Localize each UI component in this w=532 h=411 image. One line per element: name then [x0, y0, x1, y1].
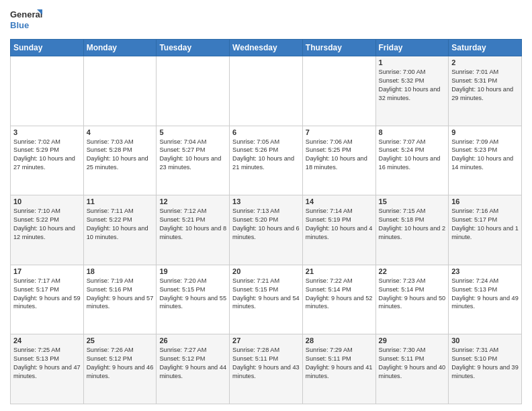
day-number: 13	[232, 197, 300, 205]
calendar-cell: 23Sunrise: 7:24 AMSunset: 5:13 PMDayligh…	[449, 265, 522, 334]
cell-content: Sunrise: 7:10 AMSunset: 5:22 PMDaylight:…	[13, 207, 81, 242]
calendar-cell: 11Sunrise: 7:11 AMSunset: 5:22 PMDayligh…	[83, 195, 157, 265]
cell-content: Sunrise: 7:02 AMSunset: 5:29 PMDaylight:…	[13, 138, 81, 173]
cell-content: Sunrise: 7:25 AMSunset: 5:13 PMDaylight:…	[13, 346, 81, 381]
day-header-sunday: Sunday	[11, 40, 84, 56]
day-header-friday: Friday	[375, 40, 449, 56]
day-number: 16	[451, 197, 519, 205]
day-number: 26	[159, 336, 226, 345]
day-number: 12	[159, 197, 226, 205]
calendar-cell	[11, 56, 84, 126]
calendar-cell: 12Sunrise: 7:12 AMSunset: 5:21 PMDayligh…	[157, 195, 230, 265]
day-number: 14	[306, 197, 373, 205]
cell-content: Sunrise: 7:03 AMSunset: 5:28 PMDaylight:…	[87, 138, 154, 173]
calendar-cell: 20Sunrise: 7:21 AMSunset: 5:15 PMDayligh…	[230, 265, 303, 334]
day-number: 11	[87, 197, 154, 205]
cell-content: Sunrise: 7:14 AMSunset: 5:19 PMDaylight:…	[306, 207, 373, 242]
day-header-thursday: Thursday	[302, 40, 375, 56]
calendar-cell: 6Sunrise: 7:05 AMSunset: 5:26 PMDaylight…	[230, 126, 303, 195]
day-number: 29	[379, 336, 446, 345]
day-number: 21	[306, 267, 373, 275]
cell-content: Sunrise: 7:31 AMSunset: 5:10 PMDaylight:…	[451, 346, 519, 381]
day-header-tuesday: Tuesday	[157, 40, 230, 56]
day-number: 10	[13, 197, 81, 205]
cell-content: Sunrise: 7:21 AMSunset: 5:15 PMDaylight:…	[232, 277, 300, 312]
calendar-cell: 24Sunrise: 7:25 AMSunset: 5:13 PMDayligh…	[11, 334, 84, 404]
day-number: 19	[159, 267, 226, 275]
day-number: 25	[87, 336, 154, 345]
calendar-cell	[302, 56, 375, 126]
cell-content: Sunrise: 7:09 AMSunset: 5:23 PMDaylight:…	[451, 138, 519, 173]
cell-content: Sunrise: 7:12 AMSunset: 5:21 PMDaylight:…	[159, 207, 226, 242]
day-number: 1	[379, 58, 446, 66]
calendar-cell: 2Sunrise: 7:01 AMSunset: 5:31 PMDaylight…	[449, 56, 522, 126]
day-header-monday: Monday	[83, 40, 157, 56]
day-number: 3	[13, 128, 81, 136]
calendar-cell: 4Sunrise: 7:03 AMSunset: 5:28 PMDaylight…	[83, 126, 157, 195]
page: General Blue SundayMondayTuesdayWednesda…	[0, 0, 532, 411]
cell-content: Sunrise: 7:04 AMSunset: 5:27 PMDaylight:…	[159, 138, 226, 173]
cell-content: Sunrise: 7:07 AMSunset: 5:24 PMDaylight:…	[379, 138, 446, 173]
day-number: 15	[379, 197, 446, 205]
cell-content: Sunrise: 7:15 AMSunset: 5:18 PMDaylight:…	[379, 207, 446, 242]
calendar-cell: 13Sunrise: 7:13 AMSunset: 5:20 PMDayligh…	[230, 195, 303, 265]
calendar-cell: 10Sunrise: 7:10 AMSunset: 5:22 PMDayligh…	[11, 195, 84, 265]
day-number: 27	[232, 336, 300, 345]
cell-content: Sunrise: 7:22 AMSunset: 5:14 PMDaylight:…	[306, 277, 373, 312]
calendar-cell: 22Sunrise: 7:23 AMSunset: 5:14 PMDayligh…	[375, 265, 449, 334]
calendar-cell	[157, 56, 230, 126]
cell-content: Sunrise: 7:19 AMSunset: 5:16 PMDaylight:…	[87, 277, 154, 312]
day-header-wednesday: Wednesday	[230, 40, 303, 56]
calendar-cell: 26Sunrise: 7:27 AMSunset: 5:12 PMDayligh…	[157, 334, 230, 404]
calendar-cell	[83, 56, 157, 126]
calendar-cell: 14Sunrise: 7:14 AMSunset: 5:19 PMDayligh…	[302, 195, 375, 265]
day-number: 6	[232, 128, 300, 136]
day-number: 30	[451, 336, 519, 345]
calendar-cell: 1Sunrise: 7:00 AMSunset: 5:32 PMDaylight…	[375, 56, 449, 126]
calendar-cell: 16Sunrise: 7:16 AMSunset: 5:17 PMDayligh…	[449, 195, 522, 265]
calendar-cell: 8Sunrise: 7:07 AMSunset: 5:24 PMDaylight…	[375, 126, 449, 195]
calendar-cell: 27Sunrise: 7:28 AMSunset: 5:11 PMDayligh…	[230, 334, 303, 404]
day-header-saturday: Saturday	[449, 40, 522, 56]
cell-content: Sunrise: 7:24 AMSunset: 5:13 PMDaylight:…	[451, 277, 519, 312]
cell-content: Sunrise: 7:13 AMSunset: 5:20 PMDaylight:…	[232, 207, 300, 242]
day-number: 9	[451, 128, 519, 136]
calendar-cell: 29Sunrise: 7:30 AMSunset: 5:11 PMDayligh…	[375, 334, 449, 404]
day-number: 4	[87, 128, 154, 136]
cell-content: Sunrise: 7:27 AMSunset: 5:12 PMDaylight:…	[159, 346, 226, 381]
calendar-cell: 25Sunrise: 7:26 AMSunset: 5:12 PMDayligh…	[83, 334, 157, 404]
cell-content: Sunrise: 7:06 AMSunset: 5:25 PMDaylight:…	[306, 138, 373, 173]
calendar-cell: 19Sunrise: 7:20 AMSunset: 5:15 PMDayligh…	[157, 265, 230, 334]
day-number: 23	[451, 267, 519, 275]
day-number: 28	[306, 336, 373, 345]
calendar-cell: 21Sunrise: 7:22 AMSunset: 5:14 PMDayligh…	[302, 265, 375, 334]
cell-content: Sunrise: 7:17 AMSunset: 5:17 PMDaylight:…	[13, 277, 81, 312]
day-number: 8	[379, 128, 446, 136]
cell-content: Sunrise: 7:05 AMSunset: 5:26 PMDaylight:…	[232, 138, 300, 173]
cell-content: Sunrise: 7:30 AMSunset: 5:11 PMDaylight:…	[379, 346, 446, 381]
cell-content: Sunrise: 7:26 AMSunset: 5:12 PMDaylight:…	[87, 346, 154, 381]
cell-content: Sunrise: 7:23 AMSunset: 5:14 PMDaylight:…	[379, 277, 446, 312]
calendar-table: SundayMondayTuesdayWednesdayThursdayFrid…	[10, 39, 522, 404]
calendar-cell: 5Sunrise: 7:04 AMSunset: 5:27 PMDaylight…	[157, 126, 230, 195]
day-number: 22	[379, 267, 446, 275]
day-number: 7	[306, 128, 373, 136]
cell-content: Sunrise: 7:20 AMSunset: 5:15 PMDaylight:…	[159, 277, 226, 312]
cell-content: Sunrise: 7:28 AMSunset: 5:11 PMDaylight:…	[232, 346, 300, 381]
cell-content: Sunrise: 7:00 AMSunset: 5:32 PMDaylight:…	[379, 68, 446, 103]
svg-text:Blue: Blue	[10, 20, 29, 30]
calendar-cell: 7Sunrise: 7:06 AMSunset: 5:25 PMDaylight…	[302, 126, 375, 195]
svg-text:General: General	[10, 9, 42, 19]
cell-content: Sunrise: 7:11 AMSunset: 5:22 PMDaylight:…	[87, 207, 154, 242]
calendar-cell: 15Sunrise: 7:15 AMSunset: 5:18 PMDayligh…	[375, 195, 449, 265]
logo: General Blue	[10, 7, 44, 34]
day-number: 5	[159, 128, 226, 136]
day-number: 2	[451, 58, 519, 66]
day-number: 20	[232, 267, 300, 275]
day-number: 17	[13, 267, 81, 275]
day-number: 24	[13, 336, 81, 345]
calendar-cell: 9Sunrise: 7:09 AMSunset: 5:23 PMDaylight…	[449, 126, 522, 195]
header: General Blue	[10, 7, 522, 34]
logo-svg: General Blue	[10, 7, 44, 34]
cell-content: Sunrise: 7:29 AMSunset: 5:11 PMDaylight:…	[306, 346, 373, 381]
